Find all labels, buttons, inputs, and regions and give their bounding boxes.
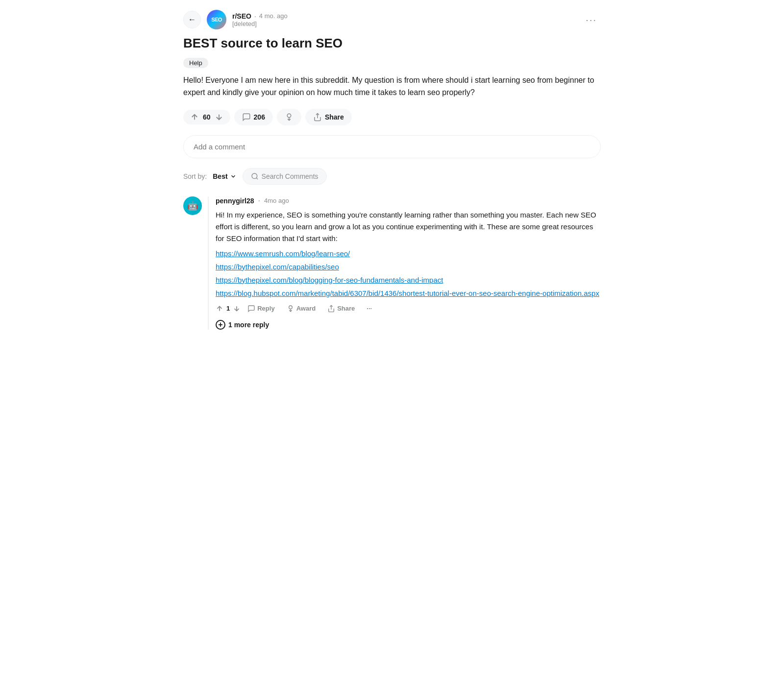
post-author-deleted: [deleted] (232, 20, 288, 27)
share-button[interactable]: Share (305, 109, 352, 125)
sort-dropdown[interactable]: Best (213, 172, 236, 180)
award-button[interactable] (277, 109, 301, 125)
comment-link-3[interactable]: https://bythepixel.com/blog/blogging-for… (216, 276, 601, 284)
comments-section: 🤖 pennygirl28 · 4mo ago Hi! In my experi… (183, 196, 601, 330)
downvote-button[interactable] (215, 113, 223, 121)
award-label: Award (296, 305, 316, 312)
svg-point-2 (289, 306, 292, 309)
comment: 🤖 pennygirl28 · 4mo ago Hi! In my experi… (183, 196, 601, 330)
comments-button[interactable]: 206 (234, 109, 273, 125)
comment-link-1[interactable]: https://www.semrush.com/blog/learn-seo/ (216, 249, 601, 258)
sort-bar: Sort by: Best Search Comments (183, 168, 601, 185)
share-label: Share (325, 113, 344, 121)
search-icon (251, 172, 259, 180)
sort-label: Sort by: (183, 172, 207, 180)
subreddit-avatar: SEO (207, 10, 226, 29)
more-options-button[interactable]: ··· (582, 12, 601, 27)
comment-link-4[interactable]: https://blog.hubspot.com/marketing/tabid… (216, 289, 601, 297)
svg-point-1 (252, 173, 257, 179)
search-comments-label: Search Comments (262, 172, 318, 180)
comment-more-button[interactable]: ··· (362, 302, 377, 314)
post-meta-top: r/SEO · 4 mo. ago (232, 12, 288, 20)
vote-count: 60 (203, 113, 211, 121)
post-title: BEST source to learn SEO (183, 35, 601, 52)
post-header-left: ← SEO r/SEO · 4 mo. ago [deleted] (183, 10, 288, 29)
svg-point-0 (287, 114, 291, 118)
share-comment-label: Share (337, 305, 355, 312)
share-icon (327, 305, 335, 313)
avatar: 🤖 (183, 196, 202, 215)
back-button[interactable]: ← (183, 11, 201, 28)
more-replies-text: 1 more reply (228, 321, 269, 329)
award-comment-button[interactable]: Award (282, 302, 321, 315)
comment-vote-group: 1 (216, 305, 241, 313)
subreddit-name[interactable]: r/SEO (232, 12, 251, 20)
vote-group: 60 (183, 110, 230, 124)
post-tag[interactable]: Help (183, 58, 208, 68)
action-bar: 60 206 Share (183, 109, 601, 125)
award-icon (287, 305, 294, 313)
comment-actions: 1 Reply (216, 302, 601, 315)
post-meta: r/SEO · 4 mo. ago [deleted] (232, 12, 288, 27)
comment-downvote-button[interactable] (233, 305, 241, 313)
comment-upvote-button[interactable] (216, 305, 223, 313)
share-comment-button[interactable]: Share (322, 302, 360, 315)
sort-value: Best (213, 172, 227, 180)
expand-replies-icon: + (216, 320, 225, 330)
comment-header: pennygirl28 · 4mo ago (216, 196, 601, 205)
reply-button[interactable]: Reply (243, 302, 279, 315)
reply-label: Reply (257, 305, 274, 312)
comment-author[interactable]: pennygirl28 (216, 197, 254, 205)
comment-time: 4mo ago (264, 197, 289, 204)
comment-link-2[interactable]: https://bythepixel.com/capabilities/seo (216, 263, 601, 271)
post-body: Hello! Everyone I am new here in this su… (183, 74, 601, 99)
post-time: 4 mo. ago (259, 12, 288, 20)
comment-input[interactable] (183, 135, 601, 158)
comment-content: pennygirl28 · 4mo ago Hi! In my experien… (208, 196, 601, 330)
post-header: ← SEO r/SEO · 4 mo. ago [deleted] ··· (183, 10, 601, 29)
more-replies[interactable]: + 1 more reply (216, 320, 601, 330)
upvote-button[interactable] (190, 113, 199, 121)
comment-vote-count: 1 (226, 305, 230, 312)
comment-count: 206 (254, 113, 265, 121)
comment-input-wrapper (183, 135, 601, 158)
search-comments-button[interactable]: Search Comments (243, 168, 327, 185)
chevron-down-icon (230, 173, 237, 180)
comment-body: Hi! In my experience, SEO is something y… (216, 209, 601, 244)
reply-icon (247, 305, 255, 313)
